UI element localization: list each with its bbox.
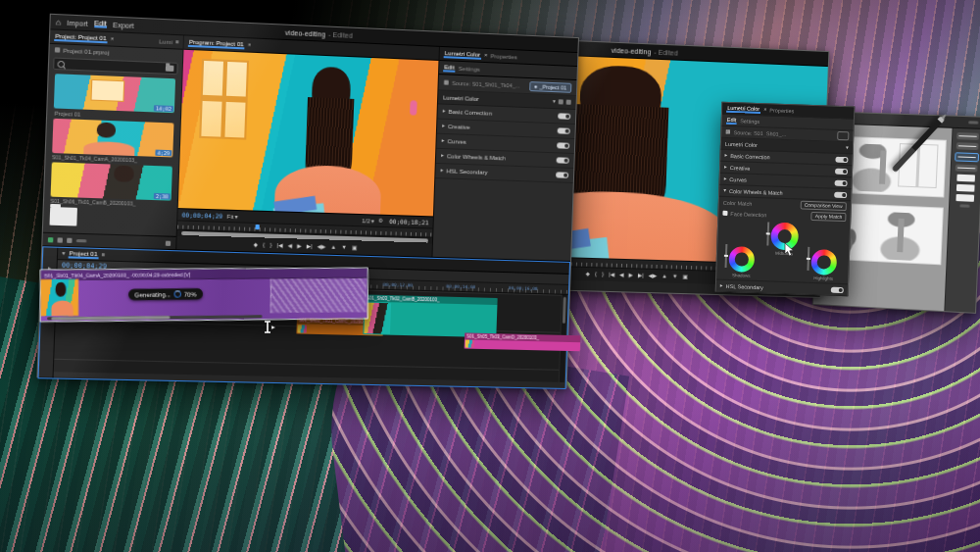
transport-button[interactable]: { xyxy=(595,272,597,277)
transport-button[interactable]: ◀ xyxy=(619,273,624,278)
section-hsl-secondary[interactable]: HSL Secondary xyxy=(446,168,487,176)
search-input[interactable] xyxy=(68,60,163,72)
pen-tool-icon[interactable] xyxy=(48,237,54,242)
chevron-down-icon[interactable]: ▾ xyxy=(723,188,726,194)
brush-preset[interactable] xyxy=(956,132,979,140)
chevron-right-icon[interactable]: ▸ xyxy=(442,124,445,129)
section-toggle[interactable] xyxy=(557,142,569,148)
transport-button[interactable]: ▣ xyxy=(682,275,687,280)
section-toggle[interactable] xyxy=(831,286,844,292)
tab-lumetri-color[interactable]: Lumetri Color xyxy=(444,49,482,60)
transport-button[interactable]: ▼ xyxy=(672,274,678,279)
clip-thumbnail-1[interactable]: 4;29 xyxy=(52,119,173,158)
transport-button[interactable]: ◆ xyxy=(254,242,259,248)
shadows-slider[interactable] xyxy=(725,244,728,268)
chevron-right-icon[interactable]: ▸ xyxy=(443,109,446,115)
tab-settings[interactable]: Settings xyxy=(459,65,480,72)
chevron-down-icon[interactable]: ▾ xyxy=(62,251,65,257)
brush-preset-active[interactable] xyxy=(955,152,979,162)
chevron-right-icon[interactable]: ▸ xyxy=(720,282,723,288)
section-creative[interactable]: Creative xyxy=(448,124,470,130)
chevron-right-icon[interactable]: ▸ xyxy=(724,165,727,171)
section-toggle[interactable] xyxy=(557,157,569,163)
clip-selector-button[interactable]: ● _Project 01 xyxy=(529,81,571,93)
section-hsl-secondary[interactable]: HSL Secondary xyxy=(726,282,764,289)
tab-edit[interactable]: Edit xyxy=(443,63,456,73)
transport-button[interactable]: ◆ xyxy=(586,272,591,277)
menu-export[interactable]: Export xyxy=(113,21,134,28)
tab-lumetri-color[interactable]: Lumetri Color xyxy=(726,104,760,114)
menu-edit[interactable]: Edit xyxy=(94,20,107,28)
rail-slider[interactable] xyxy=(959,204,969,207)
chevron-right-icon[interactable]: ▸ xyxy=(724,176,727,182)
chevron-down-icon[interactable]: ▾ xyxy=(846,145,849,151)
section-color-wheels[interactable]: Color Wheels & Match xyxy=(729,188,783,196)
chevron-right-icon[interactable]: ▸ xyxy=(724,153,727,159)
close-icon[interactable]: × xyxy=(111,36,115,42)
color-swatch[interactable] xyxy=(956,184,975,192)
tab-lumi-truncated[interactable]: Lumi xyxy=(159,38,172,45)
section-toggle[interactable] xyxy=(834,191,847,197)
transport-button[interactable]: ◀▶ xyxy=(649,274,658,279)
chevron-right-icon[interactable]: ▸ xyxy=(442,138,445,144)
transport-button[interactable]: |◀ xyxy=(276,243,282,249)
shadows-wheel[interactable] xyxy=(728,246,755,273)
clip-selector-button[interactable] xyxy=(837,131,849,140)
compare-icon[interactable] xyxy=(559,99,564,104)
section-toggle[interactable] xyxy=(558,127,570,133)
tab-edit[interactable]: Edit xyxy=(726,116,738,125)
highlights-wheel[interactable] xyxy=(810,249,837,276)
transport-button[interactable]: } xyxy=(602,272,604,277)
midtones-slider[interactable] xyxy=(766,222,769,245)
new-bin-icon[interactable] xyxy=(166,65,174,72)
section-basic-correction[interactable]: Basic Correction xyxy=(730,153,770,160)
resolution-dropdown[interactable]: 1/2 ▾ xyxy=(362,217,374,224)
comparison-view-button[interactable]: Comparison View xyxy=(801,201,847,212)
menu-import[interactable]: Import xyxy=(67,19,87,26)
grid-view-icon[interactable] xyxy=(67,237,73,242)
color-swatch[interactable] xyxy=(956,175,975,182)
close-icon[interactable]: × xyxy=(763,107,766,113)
transport-button[interactable]: } xyxy=(270,243,271,249)
transport-button[interactable]: ▶ xyxy=(628,273,633,278)
zoom-slider[interactable] xyxy=(76,238,87,241)
panel-menu-icon[interactable]: ≡ xyxy=(175,39,179,45)
chevron-down-icon[interactable]: ▾ xyxy=(553,99,556,105)
chevron-right-icon[interactable]: ▸ xyxy=(441,168,444,174)
section-curves[interactable]: Curves xyxy=(729,176,747,183)
fit-dropdown[interactable]: Fit ▾ xyxy=(226,213,237,221)
clip-teal[interactable]: S01_Sh03_Tk02_CamB_20200103_ xyxy=(363,294,497,337)
highlights-slider[interactable] xyxy=(807,247,809,271)
tab-project[interactable]: Project: Project 01 xyxy=(54,32,108,44)
preset-select[interactable]: Lumetri Color xyxy=(443,94,479,102)
transport-button[interactable]: ▣ xyxy=(352,245,358,251)
section-creative[interactable]: Creative xyxy=(730,165,751,172)
list-view-icon[interactable] xyxy=(57,237,63,242)
generative-extend-clip[interactable]: S01_Sh01_Tk04_CamA_20200103_ -00;00;04;2… xyxy=(40,268,368,323)
section-toggle[interactable] xyxy=(835,156,848,162)
bin-thumbnail[interactable]: 14;02 xyxy=(54,74,175,113)
storyboard-tool-slider[interactable] xyxy=(968,121,978,124)
panel-menu-icon[interactable]: ≡ xyxy=(102,252,106,258)
playhead[interactable] xyxy=(255,225,259,229)
section-basic-correction[interactable]: Basic Correction xyxy=(448,109,492,117)
section-toggle[interactable] xyxy=(558,113,570,120)
close-icon[interactable]: × xyxy=(248,42,252,48)
settings-wrench-icon[interactable]: ⚙ xyxy=(378,218,383,224)
brush-preset[interactable] xyxy=(956,164,978,172)
folder-item[interactable] xyxy=(50,207,77,226)
section-curves[interactable]: Curves xyxy=(447,138,466,145)
section-toggle[interactable] xyxy=(556,172,568,177)
new-item-icon[interactable] xyxy=(166,240,171,245)
transport-button[interactable]: ◀ xyxy=(287,243,292,249)
transport-button[interactable]: ▼ xyxy=(341,245,347,251)
transport-button[interactable]: ▶| xyxy=(307,244,313,250)
clip-scrollbar[interactable] xyxy=(47,315,262,320)
color-swatch[interactable] xyxy=(956,194,974,202)
brush-preset[interactable] xyxy=(956,142,979,150)
transport-button[interactable]: ▶ xyxy=(297,243,302,249)
transport-button[interactable]: { xyxy=(263,242,265,248)
transport-button[interactable]: |◀ xyxy=(609,272,614,277)
tab-program[interactable]: Program: Project 01 xyxy=(188,38,245,50)
preset-select[interactable]: Lumetri Color xyxy=(725,140,758,147)
